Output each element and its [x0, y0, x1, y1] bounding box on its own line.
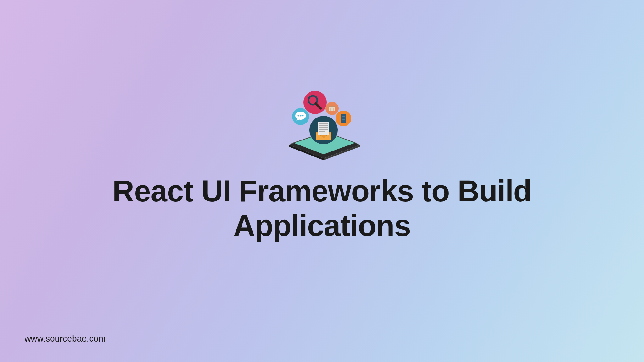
svg-rect-24 — [341, 114, 341, 123]
svg-rect-17 — [329, 106, 335, 107]
svg-point-12 — [298, 115, 299, 116]
page-title: React UI Frameworks to Build Application… — [102, 174, 542, 243]
svg-point-7 — [303, 91, 327, 114]
main-container: React UI Frameworks to Build Application… — [0, 0, 644, 362]
tablet-apps-illustration — [278, 88, 366, 161]
svg-point-13 — [300, 115, 302, 116]
svg-point-14 — [302, 115, 304, 116]
footer-url: www.sourcebae.com — [25, 334, 106, 344]
